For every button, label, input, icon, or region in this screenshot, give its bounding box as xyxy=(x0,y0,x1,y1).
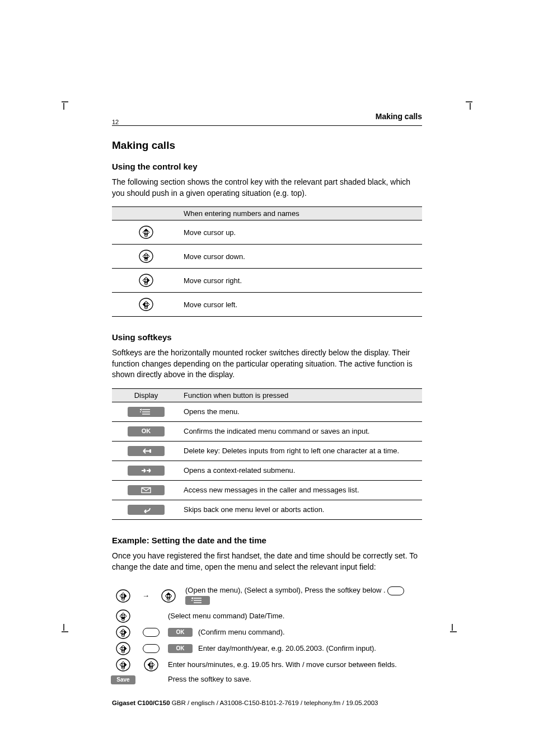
svg-rect-8 xyxy=(149,449,151,453)
print-corner xyxy=(450,90,472,112)
table-row: Skips back one menu level or aborts acti… xyxy=(112,500,422,519)
col-header: Function when button is pressed xyxy=(180,388,422,402)
menu-softkey-icon xyxy=(128,407,165,417)
control-key-table: When entering numbers and names Move cur… xyxy=(112,206,422,317)
softkey-button-icon xyxy=(143,628,160,637)
cell-text: Opens a context-related submenu. xyxy=(180,461,422,480)
step-row: → (Open the menu), (Select a symbol), Pr… xyxy=(112,585,422,607)
step-row: SavePress the softkey to save. xyxy=(112,674,422,685)
section-heading: Using softkeys xyxy=(112,332,422,342)
cell-text: Move cursor right. xyxy=(180,269,422,293)
cell-text: Access new messages in the caller and me… xyxy=(180,480,422,500)
step-text: (Select menu command) Date/Time. xyxy=(168,611,422,622)
softkey-table: Display Function when button is pressed … xyxy=(112,388,422,520)
cell-text: Confirms the indicated menu command or s… xyxy=(180,421,422,441)
table-row: Move cursor up. xyxy=(112,220,422,245)
col-header: Display xyxy=(112,388,180,402)
ok-softkey-icon: OK xyxy=(168,644,193,653)
control-key-d-icon xyxy=(139,249,153,264)
menu-softkey-icon xyxy=(185,596,210,605)
step-text: Enter hours/minutes, e.g. 19.05 hrs. Wit… xyxy=(168,659,422,670)
step-text: (Open the menu), (Select a symbol), Pres… xyxy=(185,585,422,607)
softkey-button-icon xyxy=(143,644,160,653)
paragraph: Softkeys are the horizontally mounted ro… xyxy=(112,348,422,381)
step-row: OK(Confirm menu command). xyxy=(112,625,422,640)
step-sequence: → (Open the menu), (Select a symbol), Pr… xyxy=(112,585,422,685)
cell-text: Delete key: Deletes inputs from right to… xyxy=(180,441,422,461)
table-row: Access new messages in the caller and me… xyxy=(112,480,422,500)
cell-text: Move cursor down. xyxy=(180,245,422,269)
step-text: Press the softkey to save. xyxy=(168,674,422,685)
step-row: (Select menu command) Date/Time. xyxy=(112,609,422,623)
print-corner xyxy=(62,622,84,644)
cell-text: Opens the menu. xyxy=(180,402,422,421)
table-row: Opens the menu. xyxy=(112,402,422,421)
control-key-r-icon xyxy=(116,589,130,603)
table-row: Move cursor left. xyxy=(112,293,422,317)
step-row: OKEnter day/month/year, e.g. 20.05.2003.… xyxy=(112,641,422,656)
control-key-u-icon xyxy=(139,225,153,240)
back-softkey-icon xyxy=(128,446,165,456)
paragraph: The following section shows the control … xyxy=(112,177,422,199)
table-row: OKConfirms the indicated menu command or… xyxy=(112,421,422,441)
softkey-button-icon xyxy=(387,586,404,595)
control-key-r-icon xyxy=(139,273,153,288)
section-heading: Example: Setting the date and the time xyxy=(112,536,422,545)
step-text: (Confirm menu command). xyxy=(198,627,422,638)
ok-softkey-icon: OK xyxy=(168,628,193,637)
table-row: Opens a context-related submenu. xyxy=(112,461,422,480)
control-key-r-icon xyxy=(116,658,130,672)
table-row: Move cursor right. xyxy=(112,269,422,293)
col-header: When entering numbers and names xyxy=(180,207,422,220)
control-key-l-icon xyxy=(144,658,158,672)
table-row: Move cursor down. xyxy=(112,245,422,269)
col-header xyxy=(112,207,180,220)
control-key-d-icon xyxy=(116,609,130,623)
section-heading: Using the control key xyxy=(112,162,422,171)
control-key-u-icon xyxy=(161,589,176,603)
footer-caption: Gigaset C100/C150 GBR / englisch / A3100… xyxy=(112,699,422,708)
table-row: Delete key: Deletes inputs from right to… xyxy=(112,441,422,461)
control-key-r-icon xyxy=(116,625,130,640)
step-row: Enter hours/minutes, e.g. 19.05 hrs. Wit… xyxy=(112,658,422,672)
save-softkey-icon: Save xyxy=(111,675,135,684)
running-head: Making calls xyxy=(376,112,422,121)
step-text: Enter day/month/year, e.g. 20.05.2003. (… xyxy=(198,643,422,654)
control-key-r-icon xyxy=(116,641,130,656)
paragraph: Once you have registered the first hands… xyxy=(112,551,422,572)
fwd-softkey-icon xyxy=(128,466,165,476)
page-number: 12 xyxy=(112,119,119,125)
mail-softkey-icon xyxy=(128,485,165,495)
cell-text: Skips back one menu level or aborts acti… xyxy=(180,500,422,519)
cell-text: Move cursor left. xyxy=(180,293,422,317)
control-key-l-icon xyxy=(139,297,153,312)
cell-text: Move cursor up. xyxy=(180,220,422,245)
print-corner xyxy=(450,622,472,644)
page-title: Making calls xyxy=(112,139,422,152)
print-corner xyxy=(62,90,84,112)
return-softkey-icon xyxy=(128,505,165,515)
ok-softkey-icon: OK xyxy=(128,426,165,436)
